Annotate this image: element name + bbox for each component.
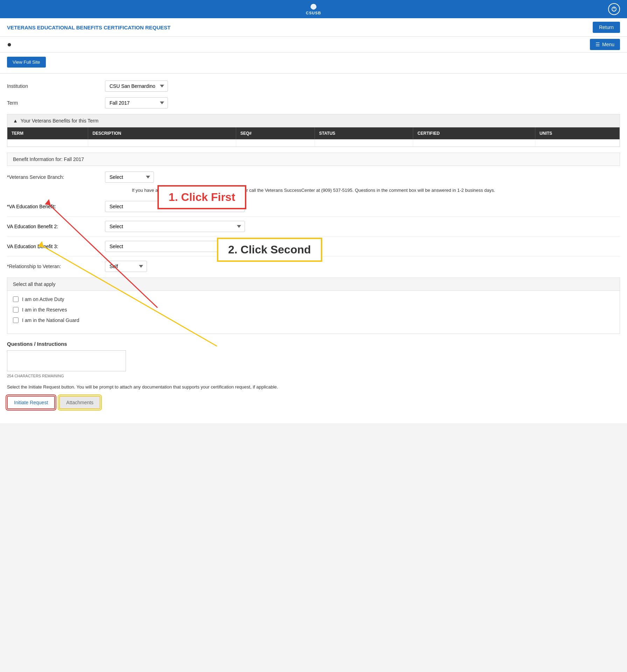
logo-text: CSUSB [306, 11, 321, 15]
relationship-row: *Relationship to Veteran: Self [7, 261, 620, 272]
logo-area: CSUSB [306, 3, 321, 15]
initiate-request-button[interactable]: Initiate Request [7, 396, 55, 409]
term-label: Term [7, 100, 105, 106]
col-term: TERM [7, 127, 88, 139]
col-certified: CERTIFIED [413, 127, 535, 139]
attachments-button[interactable]: Attachments [59, 396, 100, 409]
instruction-text: Select the Initiate Request button. You … [7, 384, 620, 391]
benefits-table: TERM DESCRIPTION SEQ# STATUS CERTIFIED U… [7, 127, 620, 147]
col-units: UNITS [535, 127, 620, 139]
reserves-label: I am in the Reserves [22, 307, 67, 313]
benefit-info-title: Benefit Information for: Fall 2017 [13, 156, 84, 162]
term-row: Term Fall 2017 [7, 97, 620, 108]
national-guard-label: I am in the National Guard [22, 317, 79, 323]
annotation-click-first: 1. Click First [157, 185, 246, 209]
top-nav: CSUSB [0, 0, 627, 18]
checkbox-national-guard[interactable]: I am in the National Guard [13, 317, 614, 323]
va-edu-3-label: VA Education Benefit 3: [7, 244, 105, 249]
va-edu-2-row: VA Education Benefit 2: Select [7, 221, 620, 237]
main-content: Institution CSU San Bernardino Term Fall… [0, 74, 627, 423]
institution-label: Institution [7, 83, 105, 89]
relationship-select[interactable]: Self [105, 261, 147, 272]
select-all-header: Select all that apply [7, 278, 620, 291]
select-all-section: Select all that apply I am on Active Dut… [7, 278, 620, 334]
questions-textarea[interactable] [7, 350, 126, 371]
relationship-label: *Relationship to Veteran: [7, 264, 105, 269]
institution-row: Institution CSU San Bernardino [7, 80, 620, 92]
col-status: STATUS [315, 127, 413, 139]
annotation-click-second: 2. Click Second [217, 238, 322, 262]
service-branch-row: *Veterans Service Branch: Select [7, 172, 620, 183]
term-select[interactable]: Fall 2017 [105, 97, 168, 108]
service-branch-label: *Veterans Service Branch: [7, 174, 105, 180]
menu-lines-icon: ☰ [596, 42, 600, 47]
service-branch-select[interactable]: Select [105, 172, 154, 183]
benefits-section: ▲ Your Veterans Benefits for this Term T… [7, 114, 620, 147]
benefits-title: Your Veterans Benefits for this Term [21, 118, 99, 124]
checkbox-group: I am on Active Duty I am in the Reserves… [7, 291, 620, 334]
va-edu-1-label: *VA Education Benefit: [7, 204, 105, 209]
checkbox-active-duty[interactable]: I am on Active Duty [13, 296, 614, 302]
active-duty-checkbox[interactable] [13, 296, 19, 302]
institution-select[interactable]: CSU San Bernardino [105, 80, 168, 92]
view-site-row: View Full Site [0, 52, 627, 74]
checkbox-reserves[interactable]: I am in the Reserves [13, 307, 614, 313]
benefits-header[interactable]: ▲ Your Veterans Benefits for this Term [7, 114, 620, 127]
table-row [7, 139, 620, 147]
menu-button[interactable]: ☰ Menu [590, 39, 620, 50]
national-guard-checkbox[interactable] [13, 317, 19, 323]
user-icon: ● [7, 40, 12, 49]
action-buttons: Initiate Request Attachments [7, 396, 620, 409]
view-full-site-button[interactable]: View Full Site [7, 57, 46, 68]
page-title: VETERANS EDUCATIONAL BENEFITS CERTIFICAT… [7, 24, 171, 30]
col-description: DESCRIPTION [88, 127, 236, 139]
csusb-logo-icon [307, 3, 320, 11]
power-icon [611, 6, 617, 12]
va-edu-1-row: *VA Education Benefit: Select [7, 201, 620, 217]
collapse-icon: ▲ [13, 118, 18, 124]
info-text: If you have any questions, use the comme… [7, 187, 620, 194]
reserves-checkbox[interactable] [13, 307, 19, 313]
header-row: VETERANS EDUCATIONAL BENEFITS CERTIFICAT… [0, 18, 627, 37]
active-duty-label: I am on Active Duty [22, 296, 64, 302]
sub-header: ● ☰ Menu [0, 37, 627, 52]
table-header-row: TERM DESCRIPTION SEQ# STATUS CERTIFIED U… [7, 127, 620, 139]
va-edu-2-label: VA Education Benefit 2: [7, 224, 105, 229]
power-button[interactable] [608, 3, 620, 15]
return-button[interactable]: Return [593, 22, 620, 33]
benefit-info-header: Benefit Information for: Fall 2017 [7, 153, 620, 166]
char-remaining: 254 CHARACTERS REMAINING [7, 374, 620, 378]
questions-section: Questions / Instructions 254 CHARACTERS … [7, 341, 620, 378]
questions-label: Questions / Instructions [7, 341, 620, 347]
col-seq: SEQ# [236, 127, 315, 139]
va-edu-2-select[interactable]: Select [105, 221, 245, 232]
